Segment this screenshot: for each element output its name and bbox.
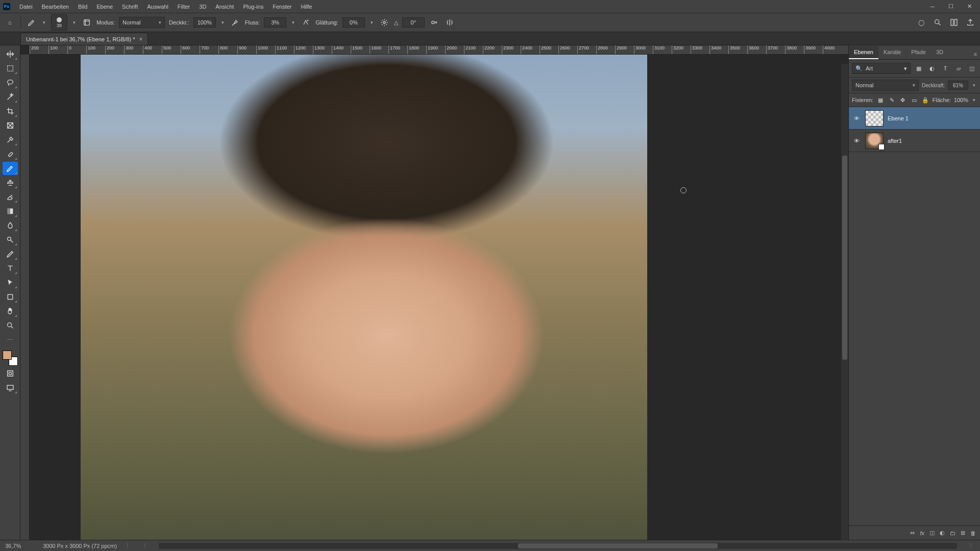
close-button[interactable]: ✕	[962, 2, 977, 12]
adjustment-layer-icon[interactable]: ◐	[940, 530, 945, 536]
hand-tool[interactable]	[3, 305, 18, 318]
layer-fx-icon[interactable]: fx	[920, 530, 924, 536]
quickmask-icon[interactable]	[3, 367, 18, 380]
doc-info-caret[interactable]: 〉	[126, 542, 132, 549]
shape-tool[interactable]	[3, 290, 18, 304]
filter-adjust-icon[interactable]: ◐	[927, 63, 937, 73]
minimize-button[interactable]: ─	[925, 2, 940, 12]
tab-3d[interactable]: 3D	[931, 46, 948, 59]
filter-smart-icon[interactable]: ◫	[967, 63, 977, 73]
link-layers-icon[interactable]: ⇔	[910, 530, 915, 536]
lock-nested-icon[interactable]: ▭	[910, 95, 918, 105]
brush-preset-picker[interactable]: 38	[51, 14, 67, 31]
gradient-tool[interactable]	[3, 205, 18, 218]
tab-ebenen[interactable]: Ebenen	[849, 46, 878, 59]
flow-caret[interactable]: ▾	[290, 20, 296, 25]
color-swatches[interactable]	[3, 350, 18, 366]
menu-ansicht[interactable]: Ansicht	[211, 2, 238, 12]
menu-hilfe[interactable]: Hilfe	[297, 2, 316, 12]
layer-name[interactable]: Ebene 1	[888, 115, 909, 121]
zoom-level[interactable]: 36,7%	[5, 543, 34, 549]
menu-plugins[interactable]: Plug-ins	[239, 2, 267, 12]
vertical-ruler[interactable]	[20, 55, 30, 540]
smoothing-caret[interactable]: ▾	[369, 20, 375, 25]
menu-bild[interactable]: Bild	[74, 2, 91, 12]
fill-opacity-caret[interactable]: ▾	[971, 97, 977, 103]
flow-input[interactable]: 3%	[264, 17, 286, 28]
opacity-input[interactable]: 100%	[193, 17, 216, 28]
pen-tool[interactable]	[3, 247, 18, 261]
menu-auswahl[interactable]: Auswahl	[143, 2, 173, 12]
marquee-tool[interactable]	[3, 62, 18, 75]
brush-caret[interactable]: ▾	[71, 20, 77, 25]
blur-tool[interactable]	[3, 219, 18, 232]
menu-3d[interactable]: 3D	[195, 2, 210, 12]
menu-ebene[interactable]: Ebene	[92, 2, 117, 12]
lock-transparent-icon[interactable]: ▦	[876, 95, 885, 105]
lock-image-icon[interactable]: ✎	[888, 95, 896, 105]
menu-filter[interactable]: Filter	[174, 2, 194, 12]
opacity-pressure-icon[interactable]	[230, 17, 241, 28]
move-tool[interactable]	[3, 47, 18, 61]
layer-filter-select[interactable]: 🔍 Art ▾	[852, 63, 911, 74]
edit-toolbar-icon[interactable]: ⋯	[3, 333, 18, 346]
filter-pixel-icon[interactable]: ▦	[914, 63, 924, 73]
zoom-tool[interactable]	[3, 319, 18, 332]
type-tool[interactable]	[3, 262, 18, 275]
brush-tool[interactable]	[3, 162, 18, 175]
scroll-left-icon[interactable]: 〈	[141, 542, 146, 549]
lock-position-icon[interactable]: ✥	[899, 95, 907, 105]
blend-mode-select[interactable]: Normal	[119, 17, 165, 28]
menu-datei[interactable]: Datei	[15, 2, 37, 12]
eyedropper-tool[interactable]	[3, 133, 18, 146]
menu-schrift[interactable]: Schrift	[118, 2, 142, 12]
eraser-tool[interactable]	[3, 190, 18, 204]
search-icon[interactable]	[932, 17, 943, 28]
horizontal-scrollbar[interactable]	[159, 543, 957, 549]
dodge-tool[interactable]	[3, 233, 18, 246]
layer-blend-select[interactable]: Normal	[852, 80, 919, 91]
layer-name[interactable]: after1	[888, 138, 902, 144]
tool-preset-caret[interactable]: ▾	[41, 20, 47, 25]
crop-tool[interactable]	[3, 105, 18, 118]
fill-opacity-input[interactable]: 100%	[954, 97, 968, 103]
home-icon[interactable]: ⌂	[4, 17, 15, 28]
airbrush-icon[interactable]	[300, 17, 311, 28]
healing-tool[interactable]	[3, 147, 18, 161]
smoothing-options-icon[interactable]	[379, 17, 390, 28]
add-mask-icon[interactable]: ◫	[929, 530, 935, 536]
maximize-button[interactable]: ☐	[943, 2, 959, 12]
tab-kanaele[interactable]: Kanäle	[878, 46, 906, 59]
brush-tool-icon[interactable]	[26, 17, 37, 28]
opacity-caret[interactable]: ▾	[220, 20, 226, 25]
menu-fenster[interactable]: Fenster	[268, 2, 296, 12]
layer-thumbnail[interactable]	[865, 133, 884, 149]
canvas[interactable]	[30, 55, 848, 540]
close-tab-icon[interactable]: ×	[139, 36, 142, 43]
document-tab[interactable]: Unbenannt-1 bei 36,7% (Ebene 1, RGB/8) *…	[20, 33, 148, 45]
layer-row[interactable]: 👁 Ebene 1	[849, 107, 980, 130]
clone-stamp-tool[interactable]	[3, 176, 18, 189]
filter-shape-icon[interactable]: ▱	[953, 63, 964, 73]
frame-tool[interactable]	[3, 119, 18, 132]
screenmode-icon[interactable]	[3, 381, 18, 394]
lock-all-icon[interactable]: 🔒	[921, 95, 929, 105]
lasso-tool[interactable]	[3, 76, 18, 89]
tab-pfade[interactable]: Pfade	[906, 46, 931, 59]
layer-row[interactable]: 👁 after1	[849, 130, 980, 152]
angle-input[interactable]: 0°	[402, 17, 425, 28]
filter-type-icon[interactable]: T	[940, 63, 950, 73]
path-select-tool[interactable]	[3, 276, 18, 289]
menu-bearbeiten[interactable]: Bearbeiten	[38, 2, 73, 12]
layer-opacity-input[interactable]: 61%	[948, 81, 968, 90]
symmetry-icon[interactable]	[444, 17, 455, 28]
layer-thumbnail[interactable]	[865, 110, 884, 127]
smoothing-input[interactable]: 0%	[342, 17, 365, 28]
new-layer-icon[interactable]: ⊞	[961, 530, 965, 536]
visibility-icon[interactable]: 👁	[852, 138, 861, 144]
size-pressure-icon[interactable]	[429, 17, 440, 28]
scroll-right-icon[interactable]: 〉	[969, 542, 975, 549]
layer-opacity-caret[interactable]: ▾	[971, 83, 977, 88]
doc-info[interactable]: 3000 Px x 3000 Px (72 ppcm)	[43, 543, 117, 549]
vertical-scrollbar[interactable]	[841, 64, 848, 540]
